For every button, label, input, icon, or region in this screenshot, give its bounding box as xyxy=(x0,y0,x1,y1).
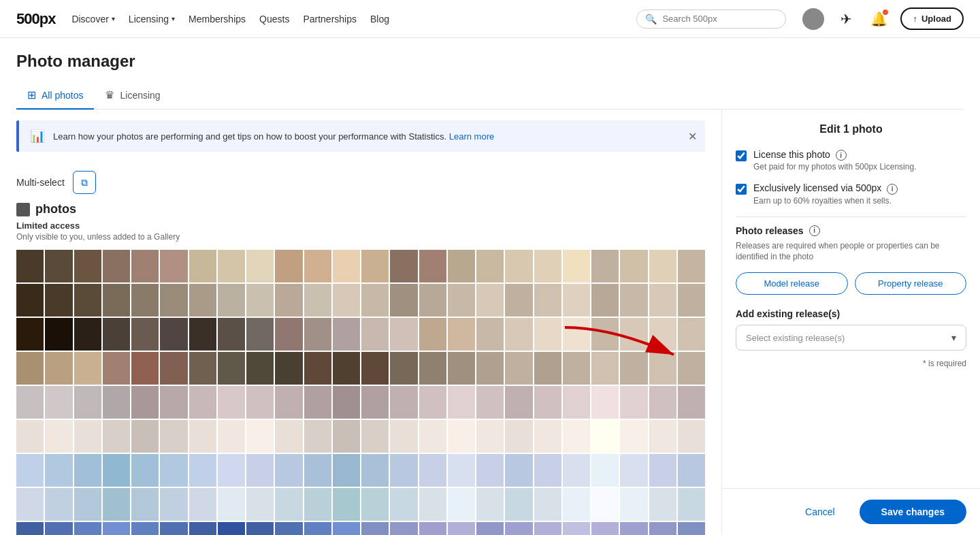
photo-cell[interactable] xyxy=(476,420,504,453)
photo-cell[interactable] xyxy=(275,284,302,317)
photo-cell[interactable] xyxy=(534,318,561,351)
photo-cell[interactable] xyxy=(131,318,159,351)
photo-cell[interactable] xyxy=(16,386,44,419)
photo-cell[interactable] xyxy=(304,454,331,487)
photo-cell[interactable] xyxy=(131,386,159,419)
photo-cell[interactable] xyxy=(620,386,647,419)
photo-cell[interactable] xyxy=(678,488,705,521)
releases-info-icon[interactable]: i xyxy=(809,225,820,236)
photo-cell[interactable] xyxy=(591,420,619,453)
photo-cell[interactable] xyxy=(131,250,159,282)
photo-cell[interactable] xyxy=(620,284,647,317)
photo-cell[interactable] xyxy=(275,250,302,282)
photo-cell[interactable] xyxy=(103,454,130,487)
photo-cell[interactable] xyxy=(591,318,619,351)
search-bar[interactable]: 🔍 xyxy=(636,10,786,29)
photo-cell[interactable] xyxy=(419,488,446,521)
photo-cell[interactable] xyxy=(534,250,561,282)
photo-cell[interactable] xyxy=(678,352,705,385)
photo-cell[interactable] xyxy=(246,352,274,385)
photo-cell[interactable] xyxy=(448,454,475,487)
photo-cell[interactable] xyxy=(304,352,331,385)
photo-cell[interactable] xyxy=(361,522,389,535)
photo-cell[interactable] xyxy=(74,522,101,535)
property-release-button[interactable]: Property release xyxy=(855,272,967,295)
photo-cell[interactable] xyxy=(218,250,245,282)
photo-cell[interactable] xyxy=(448,250,475,282)
photo-cell[interactable] xyxy=(131,284,159,317)
photo-cell[interactable] xyxy=(591,454,619,487)
photo-cell[interactable] xyxy=(218,318,245,351)
photo-cell[interactable] xyxy=(246,454,274,487)
photo-cell[interactable] xyxy=(160,250,187,282)
photo-cell[interactable] xyxy=(218,522,245,535)
photo-cell[interactable] xyxy=(505,522,532,535)
photo-cell[interactable] xyxy=(275,318,302,351)
photo-cell[interactable] xyxy=(45,386,72,419)
photo-cell[interactable] xyxy=(476,386,504,419)
photo-cell[interactable] xyxy=(45,352,72,385)
photo-cell[interactable] xyxy=(74,284,101,317)
profile-button[interactable] xyxy=(802,8,824,30)
photo-cell[interactable] xyxy=(189,352,216,385)
photo-cell[interactable] xyxy=(534,522,561,535)
photo-cell[interactable] xyxy=(189,488,216,521)
photo-cell[interactable] xyxy=(275,420,302,453)
photo-cell[interactable] xyxy=(620,352,647,385)
photo-cell[interactable] xyxy=(246,250,274,282)
photo-cell[interactable] xyxy=(534,386,561,419)
photo-cell[interactable] xyxy=(103,488,130,521)
photo-cell[interactable] xyxy=(390,386,417,419)
photo-cell[interactable] xyxy=(160,420,187,453)
photo-cell[interactable] xyxy=(620,250,647,282)
photo-cell[interactable] xyxy=(649,250,676,282)
photo-cell[interactable] xyxy=(390,454,417,487)
photo-cell[interactable] xyxy=(218,386,245,419)
photo-cell[interactable] xyxy=(333,318,360,351)
photo-cell[interactable] xyxy=(218,420,245,453)
photo-cell[interactable] xyxy=(678,522,705,535)
photo-cell[interactable] xyxy=(649,454,676,487)
photo-cell[interactable] xyxy=(448,318,475,351)
photo-cell[interactable] xyxy=(246,318,274,351)
photo-cell[interactable] xyxy=(103,522,130,535)
cancel-button[interactable]: Cancel xyxy=(789,500,851,524)
photo-cell[interactable] xyxy=(16,318,44,351)
banner-close-button[interactable]: ✕ xyxy=(688,130,697,143)
photo-cell[interactable] xyxy=(304,522,331,535)
photo-cell[interactable] xyxy=(246,386,274,419)
photo-cell[interactable] xyxy=(390,522,417,535)
photo-cell[interactable] xyxy=(620,318,647,351)
photo-cell[interactable] xyxy=(419,420,446,453)
photo-cell[interactable] xyxy=(505,386,532,419)
photo-cell[interactable] xyxy=(678,386,705,419)
photo-cell[interactable] xyxy=(16,250,44,282)
photo-cell[interactable] xyxy=(505,352,532,385)
nav-memberships[interactable]: Memberships xyxy=(189,14,246,25)
photo-cell[interactable] xyxy=(16,488,44,521)
photo-cell[interactable] xyxy=(160,454,187,487)
model-release-button[interactable]: Model release xyxy=(736,272,848,295)
photo-cell[interactable] xyxy=(390,284,417,317)
photo-cell[interactable] xyxy=(131,522,159,535)
photo-cell[interactable] xyxy=(74,386,101,419)
photo-cell[interactable] xyxy=(74,250,101,282)
photo-cell[interactable] xyxy=(591,522,619,535)
photo-cell[interactable] xyxy=(563,250,590,282)
photo-cell[interactable] xyxy=(505,454,532,487)
photo-cell[interactable] xyxy=(649,284,676,317)
photo-cell[interactable] xyxy=(361,454,389,487)
photo-cell[interactable] xyxy=(131,420,159,453)
photo-cell[interactable] xyxy=(74,454,101,487)
photo-cell[interactable] xyxy=(103,386,130,419)
nav-partnerships[interactable]: Partnerships xyxy=(303,14,357,25)
photo-cell[interactable] xyxy=(620,522,647,535)
banner-learn-more-link[interactable]: Learn more xyxy=(449,131,494,142)
photo-cell[interactable] xyxy=(333,522,360,535)
photo-cell[interactable] xyxy=(419,250,446,282)
photo-cell[interactable] xyxy=(534,352,561,385)
photo-cell[interactable] xyxy=(218,352,245,385)
photo-cell[interactable] xyxy=(304,318,331,351)
photo-cell[interactable] xyxy=(649,386,676,419)
photo-cell[interactable] xyxy=(476,488,504,521)
